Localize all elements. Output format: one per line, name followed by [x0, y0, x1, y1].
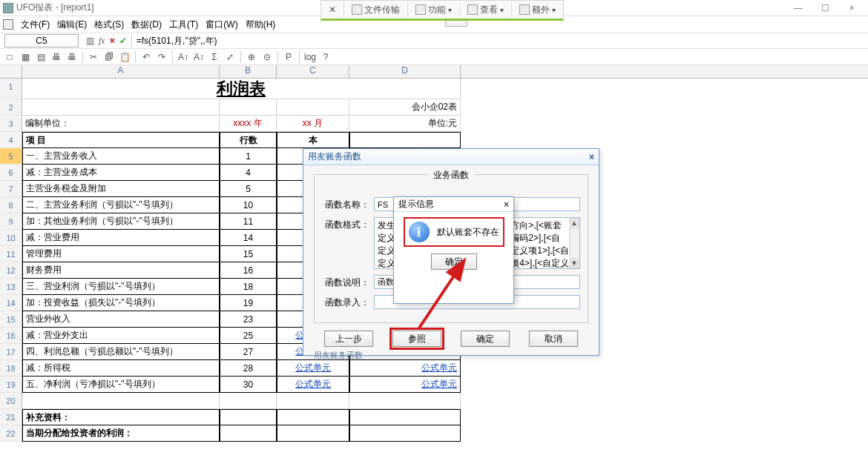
cell[interactable] [277, 393, 349, 409]
item-name[interactable]: 一、主营业务收入 [22, 148, 220, 165]
ref-button[interactable]: 参照 [392, 331, 441, 347]
message-ok-button[interactable]: 确定 [431, 253, 477, 270]
scroll-down-icon[interactable]: ▼ [569, 258, 579, 268]
item-name[interactable]: 加：投资收益（损失以"-"号填列） [22, 295, 220, 311]
value-cell[interactable]: 公式单元 [277, 377, 349, 393]
overlay-close-button[interactable]: ✕ [326, 3, 339, 16]
row-number[interactable]: 11 [220, 213, 277, 230]
toolbar-button[interactable]: 🗐 [102, 50, 116, 64]
toolbar-button[interactable]: 📋 [118, 50, 131, 64]
cell[interactable] [220, 393, 277, 409]
row-number[interactable]: 30 [220, 377, 277, 393]
item-name[interactable]: 主营业务税金及附加 [22, 181, 220, 197]
fx-icon[interactable]: fx [99, 36, 105, 47]
row-number[interactable]: 5 [220, 181, 277, 197]
row-header[interactable]: 14 [0, 295, 22, 311]
prev-button[interactable]: 上一步 [324, 331, 373, 347]
row-header[interactable]: 7 [0, 181, 22, 197]
maximize-button[interactable]: ☐ [812, 3, 838, 13]
toolbar-button[interactable]: ⤢ [223, 50, 237, 64]
toolbar-button[interactable]: 🖶 [50, 50, 63, 64]
row-header[interactable]: 2 [0, 99, 22, 116]
row-number[interactable]: 23 [220, 311, 277, 328]
row-number[interactable]: 18 [220, 279, 277, 295]
row-header[interactable]: 9 [0, 213, 22, 230]
item-name[interactable]: 减：所得税 [22, 360, 220, 377]
toolbar-button[interactable]: log [303, 50, 317, 64]
cancel-button[interactable]: 取消 [529, 331, 578, 347]
menu-help[interactable]: 帮助(H) [243, 19, 279, 31]
toolbar-button[interactable]: ▤ [34, 50, 47, 64]
cell[interactable] [277, 409, 349, 425]
cell[interactable] [277, 425, 349, 442]
ok-button[interactable]: 确定 [461, 331, 510, 347]
toolbar-button[interactable]: 🖶 [65, 50, 79, 64]
menu-file[interactable]: 文件(F) [18, 19, 53, 31]
row-header[interactable]: 11 [0, 246, 22, 262]
toolbar-button[interactable]: ✂ [87, 50, 100, 64]
row-number[interactable]: 25 [220, 328, 277, 344]
cell[interactable] [220, 409, 277, 425]
row-number[interactable]: 28 [220, 360, 277, 377]
row-number[interactable]: 10 [220, 197, 277, 213]
row-header[interactable]: 15 [0, 311, 22, 328]
item-name[interactable]: 五、净利润（亏净损以"-"号填列） [22, 377, 220, 393]
toolbar-button[interactable]: Σ [208, 50, 221, 64]
row-number[interactable]: 14 [220, 230, 277, 246]
item-name[interactable]: 三、营业利润（亏损以"-"号填列） [22, 279, 220, 295]
toolbar-button[interactable]: ▦ [19, 50, 32, 64]
col-header-a[interactable]: A [22, 65, 220, 78]
row-header[interactable]: 19 [0, 377, 22, 393]
overlay-view-menu[interactable]: 查看▾ [464, 2, 507, 18]
row-header[interactable]: 10 [0, 230, 22, 246]
cell[interactable] [349, 409, 461, 425]
message-titlebar[interactable]: 提示信息 × [394, 197, 513, 212]
row-header[interactable]: 20 [0, 393, 22, 409]
overlay-function-menu[interactable]: 功能▾ [412, 2, 455, 18]
row-header[interactable]: 21 [0, 409, 22, 425]
col-header-d[interactable]: D [349, 65, 461, 78]
cell[interactable] [277, 99, 349, 116]
item-name[interactable]: 加：其他业务利润（亏损以"-"号填列） [22, 213, 220, 230]
toolbar-button[interactable]: ? [319, 50, 332, 64]
toolbar-button[interactable]: P [282, 50, 295, 64]
item-name[interactable]: 减：主营业务成本 [22, 165, 220, 181]
row-header[interactable]: 8 [0, 197, 22, 213]
col-header-c[interactable]: C [277, 65, 349, 78]
overlay-extra-menu[interactable]: 额外▾ [516, 2, 559, 18]
menu-edit[interactable]: 编辑(E) [54, 19, 90, 31]
item-name[interactable]: 营业外收入 [22, 311, 220, 328]
row-header[interactable]: 1 [0, 79, 22, 99]
menu-format[interactable]: 格式(S) [91, 19, 127, 31]
menu-data[interactable]: 数据(D) [128, 19, 165, 31]
row-number[interactable]: 27 [220, 344, 277, 360]
close-button[interactable]: × [838, 3, 865, 13]
row-header[interactable]: 5 [0, 148, 22, 165]
cell-reference[interactable]: C5 [4, 34, 79, 47]
row-number[interactable]: 19 [220, 295, 277, 311]
item-name[interactable]: 减：营业外支出 [22, 328, 220, 344]
menu-window[interactable]: 窗口(W) [203, 19, 240, 31]
toolbar-button[interactable]: A↕ [177, 50, 190, 64]
formula-input[interactable]: =fs(5101,月,"贷",,年) [131, 34, 868, 47]
accept-formula-icon[interactable]: ✓ [119, 36, 127, 46]
item-name[interactable]: 四、利润总额（亏损总额以"-"号填列） [22, 344, 220, 360]
dropdown-icon[interactable]: ▥ [86, 36, 94, 46]
row-header[interactable]: 12 [0, 262, 22, 279]
toolbar-button[interactable]: ↷ [155, 50, 168, 64]
row-number[interactable]: 4 [220, 165, 277, 181]
cell[interactable] [22, 393, 220, 409]
cell[interactable] [22, 99, 220, 116]
toolbar-button[interactable]: ⊕ [245, 50, 258, 64]
row-header[interactable]: 16 [0, 328, 22, 344]
corner-cell[interactable] [0, 65, 22, 79]
row-header[interactable]: 6 [0, 165, 22, 181]
cell[interactable] [220, 425, 277, 442]
toolbar-button[interactable]: □ [3, 50, 16, 64]
toolbar-button[interactable]: A↕ [192, 50, 206, 64]
overlay-file-transfer-button[interactable]: 文件传输 [349, 2, 403, 18]
cancel-formula-icon[interactable]: × [110, 36, 115, 46]
row-number[interactable]: 15 [220, 246, 277, 262]
month-cell[interactable]: xx 月 [277, 116, 349, 132]
row-number[interactable]: 16 [220, 262, 277, 279]
